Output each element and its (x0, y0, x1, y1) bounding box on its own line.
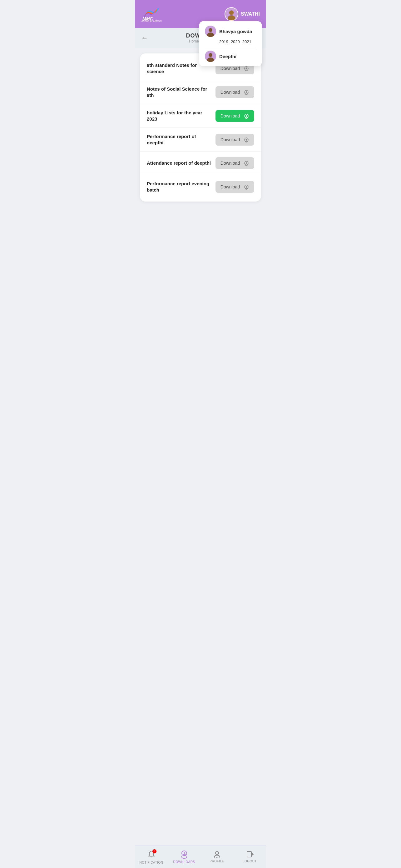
download-nav-icon (180, 850, 189, 859)
dropdown-user1-name: Bhavya gowda (219, 29, 252, 34)
nav-notification-label: NOTIFICATION (140, 861, 163, 864)
notification-icon-wrap: 0 (147, 850, 156, 860)
svg-point-8 (209, 53, 212, 57)
downloads-card: 9th standard Notes for scienceDownload N… (140, 54, 261, 202)
breadcrumb-home: Home (189, 39, 199, 43)
download-item: Notes of Social Science for 9thDownload (140, 80, 261, 104)
main-content: 9th standard Notes for scienceDownload N… (135, 48, 266, 845)
download-button[interactable]: Download (215, 110, 254, 122)
profile-icon (213, 850, 221, 858)
user-avatar (225, 7, 238, 21)
dropdown-user2-row: Deepthi (205, 51, 256, 62)
mmc-logo-icon: MMC (141, 6, 164, 21)
svg-point-17 (215, 851, 219, 855)
username-label: SWATHI (241, 11, 260, 17)
nav-profile[interactable]: PROFILE (201, 849, 233, 866)
dropdown-divider (205, 48, 256, 48)
nav-profile-label: PROFILE (209, 860, 224, 863)
nav-logout[interactable]: LOGOUT (233, 849, 266, 866)
user-area[interactable]: SWATHI (225, 7, 260, 21)
download-item-label: Performance report evening batch (147, 181, 215, 193)
download-item: Performance report evening batchDownload (140, 175, 261, 198)
dropdown-user1-row: Bhavya gowda (205, 26, 256, 37)
download-item-label: Performance report of deepthi (147, 133, 215, 146)
nav-downloads-label: DOWNLOADS (173, 860, 195, 864)
dropdown-avatar-2 (205, 51, 216, 62)
svg-point-3 (228, 15, 235, 21)
nav-notification[interactable]: 0 NOTIFICATION (135, 849, 168, 866)
dropdown-user2-name: Deepthi (219, 54, 236, 59)
logout-icon (246, 850, 254, 858)
download-item: Attendance report of deepthiDownload (140, 152, 261, 175)
dropdown-avatar-1 (205, 26, 216, 37)
nav-downloads[interactable]: DOWNLOADS (168, 849, 201, 866)
logo-area: MMC Ahead of Others (141, 6, 164, 23)
year-2019-btn[interactable]: 2019 (219, 39, 228, 44)
logo-subtext: Ahead of Others (141, 19, 162, 23)
download-item-label: Attendance report of deepthi (147, 160, 215, 166)
download-button[interactable]: Download (215, 134, 254, 146)
download-item: Performance report of deepthiDownload (140, 128, 261, 152)
download-item-label: holiday Lists for the year 2023 (147, 110, 215, 122)
notification-badge: 0 (153, 849, 157, 853)
download-button[interactable]: Download (215, 181, 254, 193)
download-button[interactable]: Download (215, 86, 254, 98)
bottom-nav: 0 NOTIFICATION DOWNLOADS PROFILE LOGOUT (135, 845, 266, 868)
nav-logout-label: LOGOUT (243, 860, 257, 863)
year-buttons: 2019 2020 2021 (219, 39, 256, 44)
year-2021-btn[interactable]: 2021 (242, 39, 252, 44)
back-button[interactable]: ← (141, 34, 148, 42)
download-button[interactable]: Download (215, 157, 254, 169)
svg-point-2 (229, 10, 234, 15)
svg-point-5 (209, 28, 212, 32)
svg-rect-18 (247, 851, 252, 857)
download-item: holiday Lists for the year 2023Download (140, 104, 261, 128)
download-item-label: Notes of Social Science for 9th (147, 86, 215, 98)
year-2020-btn[interactable]: 2020 (231, 39, 240, 44)
user-dropdown-panel: Bhavya gowda 2019 2020 2021 Deepthi (199, 21, 262, 66)
